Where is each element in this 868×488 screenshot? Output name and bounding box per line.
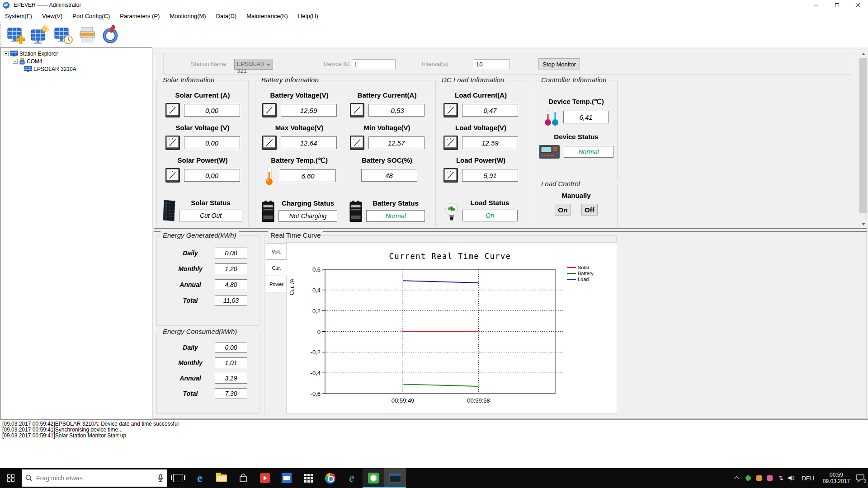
add-station-button[interactable] — [6, 23, 28, 46]
taskbar-clock[interactable]: 00:59 09.03.2017 — [819, 472, 854, 484]
device-status-label: Device Status — [554, 133, 598, 141]
action-center-icon[interactable]: 2 — [854, 471, 866, 485]
current-curve-chart: Current Real Time CurveCur. /A0,60,40,20… — [287, 243, 618, 414]
com-port-icon — [19, 58, 25, 65]
menu-parameters[interactable]: Parameters (P) — [115, 11, 165, 21]
solar-information-title: Solar Information — [160, 76, 217, 84]
solar-voltage-field: Solar Voltage (V) 0,00 — [165, 124, 240, 150]
taskbar-app-chrome[interactable] — [319, 468, 341, 488]
menu-maintenance[interactable]: Maintenance(K) — [241, 11, 293, 21]
task-view-button[interactable] — [167, 468, 189, 488]
orange-tray-icon[interactable] — [754, 471, 764, 485]
eco-tray-icon[interactable] — [743, 471, 753, 485]
tree-label-device: EPSOLAR 3210A — [33, 66, 76, 72]
load-power-label: Load Power(W) — [456, 156, 505, 164]
battery-status-label: Battery Status — [373, 199, 419, 207]
taskbar-app-store[interactable] — [232, 468, 254, 488]
tree-node-epsolar-3210a[interactable]: EPSOLAR 3210A — [1, 65, 152, 73]
interval-label: Interval(s) — [422, 61, 448, 67]
station-name-value: EPSOLAR 321 — [237, 61, 264, 74]
power-button[interactable] — [100, 23, 122, 46]
energy-generated-daily-row: Daily 0,00 — [157, 248, 259, 258]
solar-panel-icon — [163, 200, 175, 221]
scrollbar-thumb[interactable] — [859, 58, 867, 213]
minimize-button[interactable] — [806, 0, 826, 10]
collapse-icon[interactable] — [4, 51, 9, 56]
monitor-scrollbar[interactable] — [859, 50, 867, 228]
taskbar-app-solar-monitor[interactable] — [363, 468, 384, 488]
solar-current-label: Solar Current (A) — [175, 91, 230, 99]
annual-label: Annual — [169, 375, 212, 382]
load-voltage-value: 12,59 — [462, 136, 518, 149]
maximize-button[interactable] — [826, 0, 847, 10]
monitor-panel: Station Name EPSOLAR 321 Device ID Inter… — [154, 50, 867, 229]
taskbar-app-mail[interactable] — [276, 468, 297, 488]
start-button[interactable] — [0, 468, 22, 488]
load-control-title: Load Control — [539, 180, 582, 188]
time-text: 00:59 — [823, 472, 850, 478]
tab-power[interactable]: Power — [266, 276, 287, 292]
station-name-select[interactable]: EPSOLAR 321 — [234, 59, 273, 70]
tree-node-com4[interactable]: COM4 — [1, 57, 152, 65]
energy-consumed-panel: Energy Consumed(kWh) Daily 0,00 Monthly … — [156, 332, 259, 414]
device-status-field: Device Status Normal — [539, 133, 613, 160]
taskbar-search[interactable] — [22, 469, 167, 487]
scroll-down-icon[interactable] — [859, 221, 867, 228]
microphone-icon[interactable] — [157, 474, 164, 482]
menu-system[interactable]: System(F) — [0, 11, 37, 21]
menu-port-config[interactable]: Port Config(C) — [67, 11, 115, 21]
real-time-curve-title: Real Time Curve — [268, 231, 323, 239]
battery-soc-field: Battery SOC(%) 48 — [343, 156, 431, 183]
tab-volt[interactable]: Volt. — [266, 243, 287, 260]
collapse-icon[interactable] — [13, 59, 18, 64]
taskbar-app-com-monitor[interactable] — [384, 468, 406, 488]
solar-current-field: Solar Current (A) 0,00 — [165, 91, 240, 118]
taskbar-app-grid[interactable] — [297, 468, 319, 488]
taskbar-app-file-explorer[interactable] — [211, 468, 232, 488]
energy-generated-annual-row: Annual 4,80 — [157, 279, 259, 290]
taskbar-app-edge[interactable] — [189, 468, 211, 488]
annual-consumed-value: 3,19 — [215, 373, 247, 384]
solar-voltage-value: 0,00 — [184, 136, 240, 149]
print-icon — [78, 25, 97, 45]
menu-monitoring[interactable]: Monitoring(M) — [165, 11, 211, 21]
pink-tray-icon[interactable] — [765, 471, 775, 485]
monthly-label: Monthly — [169, 265, 212, 272]
updown-tray-icon[interactable]: ⇅ — [776, 471, 786, 485]
log-area: [09.03.2017 00:59:42]EPSOLAR 3210A: Devi… — [0, 419, 868, 468]
min-voltage-field: Min Voltage(V) 12,57 — [343, 124, 431, 150]
device-icon — [24, 66, 32, 72]
tree-node-station-explorer[interactable]: Station Explorer — [1, 50, 152, 57]
station-config-button[interactable] — [29, 23, 51, 46]
scroll-up-icon[interactable] — [859, 50, 867, 58]
device-id-input[interactable] — [352, 59, 396, 69]
menu-view[interactable]: View(V) — [37, 11, 67, 21]
tab-cur[interactable]: Cur. — [266, 259, 287, 276]
battery-status-value: Normal — [366, 210, 425, 222]
language-indicator[interactable]: DEU — [797, 475, 818, 482]
battery-status-row: Battery Status Normal — [349, 199, 425, 222]
interval-input[interactable] — [474, 59, 510, 69]
volume-tray-icon[interactable] — [787, 471, 797, 485]
menu-data[interactable]: Data(D) — [211, 11, 242, 21]
add-station-icon — [7, 25, 26, 45]
svg-text:0,4: 0,4 — [312, 287, 321, 294]
power-icon — [101, 25, 120, 45]
battery-information-panel: Battery Information Battery Voltage(V) 1… — [255, 80, 431, 227]
print-button[interactable] — [76, 23, 98, 46]
search-input[interactable] — [36, 474, 154, 482]
window-title: EPEVER —— Administrator — [14, 2, 81, 8]
station-time-button[interactable] — [53, 23, 75, 46]
taskbar-app-media[interactable] — [254, 468, 276, 488]
energy-consumed-monthly-row: Monthly 1,01 — [157, 357, 259, 368]
load-status-value: On — [462, 210, 518, 221]
store-icon — [239, 474, 248, 483]
menu-help[interactable]: Help(H) — [293, 11, 323, 21]
taskbar-app-internet-explorer[interactable] — [341, 468, 363, 488]
load-on-button[interactable]: On — [555, 204, 571, 216]
device-id-label: Device ID — [324, 61, 349, 67]
chevron-up-icon[interactable] — [732, 471, 742, 485]
close-button[interactable] — [847, 0, 868, 10]
stop-monitor-button[interactable]: Stop Monitor — [538, 58, 580, 70]
load-off-button[interactable]: Off — [581, 204, 598, 216]
